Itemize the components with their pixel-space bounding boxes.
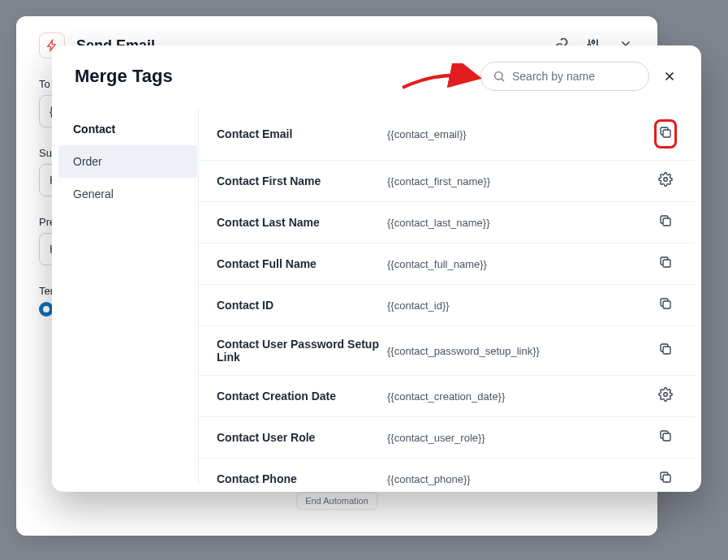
svg-rect-11 [663,433,670,441]
copy-button[interactable] [654,119,677,149]
svg-rect-4 [663,130,670,137]
copy-button[interactable] [654,342,677,360]
row-label: Contact First Name [217,174,387,187]
row-tag-value: {{contact_id}} [387,299,654,312]
row-tag-value: {{contact_phone}} [387,473,654,485]
row-label: Contact Email [217,127,387,140]
row-label: Contact Creation Date [217,390,387,403]
row-tag-value: {{contact_first_name}} [387,175,654,187]
row-tag-value: {{contact_full_name}} [387,258,654,270]
svg-rect-7 [663,260,670,267]
merge-tags-dialog: Merge Tags Search by name ContactOrderGe… [52,45,701,492]
merge-tag-row: Contact ID{{contact_id}} [199,285,695,326]
row-label: Contact Full Name [217,257,387,270]
copy-icon [658,125,673,143]
merge-tag-row: Contact First Name{{contact_first_name}} [199,161,695,202]
dialog-title: Merge Tags [75,66,173,87]
copy-icon [658,470,673,485]
merge-tag-row: Contact Full Name{{contact_full_name}} [199,243,695,285]
row-label: Contact ID [217,299,387,312]
row-tag-value: {{contact_password_setup_link}} [387,345,654,357]
merge-tag-row: Contact User Role{{contact_user_role}} [199,417,695,459]
merge-tag-list: Contact Email{{contact_email}}Contact Fi… [198,108,695,485]
svg-rect-8 [663,301,670,308]
automation-pill[interactable]: End Automation [296,492,377,510]
copy-icon [658,255,673,273]
gear-icon [658,387,673,405]
tab-contact[interactable]: Contact [58,113,197,145]
copy-button[interactable] [654,470,677,485]
copy-button[interactable] [654,296,677,314]
search-placeholder: Search by name [512,70,595,83]
row-tag-value: {{contact_email}} [387,128,654,140]
row-label: Contact User Role [217,431,387,444]
svg-point-3 [495,72,502,80]
search-icon [493,70,506,83]
svg-rect-12 [663,475,670,482]
row-tag-value: {{contact_user_role}} [387,432,654,444]
svg-point-5 [664,178,668,182]
tab-general[interactable]: General [58,178,197,210]
merge-tag-row: Contact Phone{{contact_phone}} [199,459,695,485]
copy-icon [658,429,673,446]
merge-tag-row: Contact Email{{contact_email}} [199,108,695,161]
svg-point-10 [664,393,668,397]
gear-icon [658,172,673,190]
dialog-header: Merge Tags Search by name [52,45,701,107]
copy-icon [658,342,673,360]
merge-tag-row: Contact User Password Setup Link{{contac… [199,326,695,376]
tab-order[interactable]: Order [58,145,197,178]
svg-point-1 [592,41,594,43]
row-tag-value: {{contact_creation_date}} [387,390,654,403]
copy-button[interactable] [654,255,677,273]
svg-rect-9 [663,347,670,354]
settings-button[interactable] [654,387,677,405]
search-input[interactable]: Search by name [480,62,649,91]
category-sidebar: ContactOrderGeneral [58,108,198,485]
dialog-close-button[interactable] [661,67,678,85]
merge-tag-row: Contact Creation Date{{contact_creation_… [199,376,695,417]
row-tag-value: {{contact_last_name}} [387,217,654,229]
svg-rect-6 [663,218,670,226]
settings-button[interactable] [654,172,677,190]
row-label: Contact User Password Setup Link [217,338,387,364]
merge-tag-row: Contact Last Name{{contact_last_name}} [199,202,695,243]
copy-icon [658,213,673,231]
copy-button[interactable] [654,429,677,446]
copy-icon [658,296,673,314]
row-label: Contact Last Name [217,216,387,229]
copy-button[interactable] [654,213,677,231]
row-label: Contact Phone [217,472,387,485]
